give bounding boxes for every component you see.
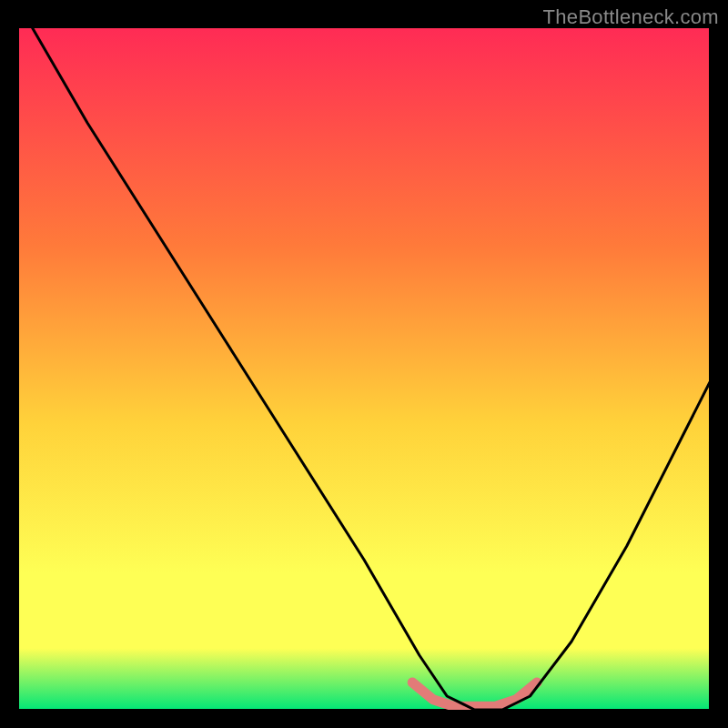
bottleneck-chart (0, 0, 728, 728)
plot-background (18, 27, 710, 710)
chart-frame: TheBottleneck.com (0, 0, 728, 728)
watermark-text: TheBottleneck.com (543, 5, 719, 29)
